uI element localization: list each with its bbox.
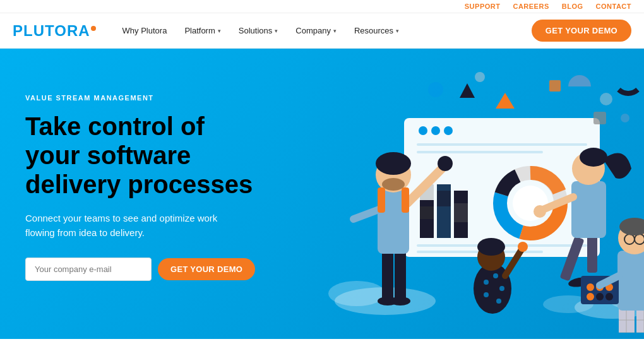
svg-point-29 xyxy=(600,93,612,105)
svg-point-47 xyxy=(484,280,489,285)
hero-illustration xyxy=(253,49,644,339)
resources-chevron: ▾ xyxy=(396,28,399,34)
svg-rect-14 xyxy=(437,191,451,206)
blog-link[interactable]: BLOG xyxy=(562,3,583,10)
svg-point-82 xyxy=(587,293,594,300)
svg-point-40 xyxy=(382,178,405,191)
solutions-chevron: ▾ xyxy=(275,28,278,34)
nav-item-company[interactable]: Company ▾ xyxy=(288,21,344,40)
hero-description: Connect your teams to see and optimize w… xyxy=(25,211,227,240)
svg-rect-16 xyxy=(454,203,468,222)
svg-point-27 xyxy=(428,82,443,97)
svg-point-83 xyxy=(596,293,604,300)
hero-title: Take control of your software delivery p… xyxy=(25,112,265,199)
svg-point-79 xyxy=(587,283,594,291)
svg-point-50 xyxy=(484,292,489,297)
svg-point-49 xyxy=(499,286,504,291)
svg-rect-9 xyxy=(417,143,587,146)
svg-point-28 xyxy=(475,72,485,82)
nav-links: Why Plutora Platform ▾ Solutions ▾ Compa… xyxy=(115,21,532,40)
svg-point-7 xyxy=(431,126,440,135)
svg-point-53 xyxy=(477,238,505,256)
svg-rect-44 xyxy=(378,187,385,213)
careers-link[interactable]: CAREERS xyxy=(513,3,549,10)
svg-point-84 xyxy=(605,293,613,300)
hero-content: VALUE STREAM MANAGEMENT Take control of … xyxy=(25,94,265,281)
nav-item-solutions[interactable]: Solutions ▾ xyxy=(231,21,285,40)
svg-rect-59 xyxy=(571,181,606,238)
company-chevron: ▾ xyxy=(333,28,337,34)
svg-rect-33 xyxy=(382,251,393,301)
svg-point-36 xyxy=(390,297,410,306)
svg-point-63 xyxy=(534,205,546,218)
svg-point-8 xyxy=(444,126,453,135)
hero-section: VALUE STREAM MANAGEMENT Take control of … xyxy=(0,49,644,339)
main-nav: PLUTORA Why Plutora Platform ▾ Solutions… xyxy=(0,13,644,49)
top-bar: SUPPORT CAREERS BLOG CONTACT xyxy=(0,0,644,13)
svg-rect-34 xyxy=(395,251,406,301)
svg-rect-12 xyxy=(420,206,434,219)
svg-marker-25 xyxy=(496,93,515,109)
svg-point-61 xyxy=(580,148,607,167)
svg-rect-10 xyxy=(417,151,543,153)
hero-cta-button[interactable]: GET YOUR DEMO xyxy=(158,258,255,280)
nav-cta-button[interactable]: GET YOUR DEMO xyxy=(532,20,631,42)
nav-item-resources[interactable]: Resources ▾ xyxy=(347,21,407,40)
svg-marker-26 xyxy=(460,83,475,98)
logo[interactable]: PLUTORA xyxy=(13,22,96,40)
platform-chevron: ▾ xyxy=(218,28,221,34)
nav-item-why-plutora[interactable]: Why Plutora xyxy=(115,21,175,40)
support-link[interactable]: SUPPORT xyxy=(465,3,501,10)
svg-rect-31 xyxy=(549,80,561,92)
svg-point-30 xyxy=(621,114,629,122)
hero-svg xyxy=(259,55,644,333)
svg-rect-45 xyxy=(402,187,409,213)
logo-dot xyxy=(91,26,96,31)
hero-subtitle: VALUE STREAM MANAGEMENT xyxy=(25,94,265,102)
svg-point-39 xyxy=(376,152,411,175)
svg-point-51 xyxy=(496,299,501,304)
contact-link[interactable]: CONTACT xyxy=(596,3,631,10)
email-input[interactable] xyxy=(25,258,152,281)
svg-point-6 xyxy=(419,126,427,135)
svg-point-48 xyxy=(493,273,498,278)
logo-text: PLUTORA xyxy=(13,22,90,40)
hero-form: GET YOUR DEMO xyxy=(25,258,265,281)
svg-point-1 xyxy=(328,281,385,306)
svg-point-55 xyxy=(518,242,528,252)
nav-item-platform[interactable]: Platform ▾ xyxy=(177,21,228,40)
svg-line-43 xyxy=(354,210,379,219)
svg-point-42 xyxy=(438,156,453,171)
svg-rect-72 xyxy=(617,251,644,311)
svg-rect-32 xyxy=(593,112,606,124)
